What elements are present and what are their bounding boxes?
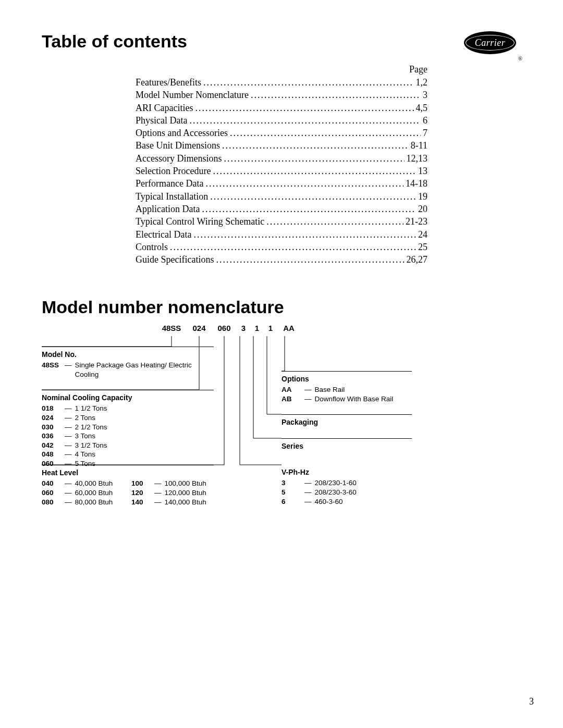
nomenclature-code: 018 [42,404,62,413]
nomenclature-item: 036—3 Tons [42,431,214,441]
dash: — [154,498,162,507]
code-vph: 3 [237,324,250,332]
toc-entry-page: 14-18 [406,177,427,190]
registered-symbol: ® [518,55,522,61]
toc-entry-page: 8-11 [411,139,427,152]
dash: — [65,361,72,379]
toc-entry-page: 7 [423,127,427,139]
code-options: AA [277,324,300,332]
nomenclature-item: 030—2 1/2 Tons [42,423,214,432]
nomenclature-desc: 60,000 Btuh [75,488,125,498]
dash: — [65,423,72,432]
dash: — [65,498,72,507]
page-number: 3 [529,696,534,707]
toc-dots [224,152,404,165]
nomenclature-desc: Single Package Gas Heating/ Electric Coo… [75,361,214,379]
toc-entry-page: 13 [418,165,427,177]
nomenclature-desc: 140,000 Btuh [165,498,214,507]
toc-row: Features/Benefits1,2 [136,76,427,89]
toc-entry-label: Model Number Nomenclature [136,89,249,101]
toc-row: Base Unit Dimensions8-11 [136,139,427,152]
dash: — [65,404,72,413]
dash: — [154,479,162,488]
nomenclature-item: 6—460-3-60 [282,497,412,507]
toc-dots [193,228,416,241]
model-no-box: Model No. 48SS—Single Package Gas Heatin… [42,347,214,379]
code-model: 48SS [156,324,187,332]
toc-dots [202,203,416,215]
model-no-title: Model No. [42,350,214,359]
heat-level-box: Heat Level 040—40,000 Btuh060—60,000 Btu… [42,465,214,507]
toc-entry-page: 26,27 [407,253,428,266]
options-box: Options AA—Base RailAB—Downflow With Bas… [282,371,412,403]
nomenclature-code: 5 [282,488,301,497]
dash: — [304,488,312,497]
dash: — [65,431,72,441]
code-packaging: 1 [264,324,277,332]
dash: — [65,488,72,498]
nomenclature-item: 040—40,000 Btuh [42,479,124,488]
nomenclature-desc: 2 1/2 Tons [75,423,214,432]
dash: — [304,478,312,488]
nomenclature-desc: 100,000 Btuh [165,479,214,488]
toc-entry-page: 24 [418,228,427,241]
nomenclature-code: 040 [42,479,62,488]
nomenclature-code: AA [282,385,301,394]
toc-row: Model Number Nomenclature3 [136,89,427,101]
toc-row: Electrical Data24 [136,228,427,241]
nomenclature-code: 048 [42,450,62,459]
heat-level-title: Heat Level [42,468,214,477]
toc-dots [170,241,416,253]
nomenclature-item: 060—60,000 Btuh [42,488,124,498]
toc-entry-label: Electrical Data [136,228,191,241]
nomenclature-code: 140 [131,498,151,507]
nomenclature-code: 120 [131,488,151,498]
toc-dots [195,102,413,114]
nomenclature-item: 018—1 1/2 Tons [42,404,214,413]
toc-entry-label: Typical Installation [136,190,208,203]
nomenclature-desc: 4 Tons [75,450,214,459]
toc-dots [210,190,416,203]
nomenclature-desc: 2 Tons [75,413,214,423]
packaging-box: Packaging [282,414,412,426]
nomenclature-desc: 40,000 Btuh [75,479,125,488]
options-title: Options [282,375,412,383]
dash: — [304,394,312,404]
toc-dots [213,165,416,177]
toc-page-label: Page [136,64,427,75]
toc-heading: Table of contents [42,31,187,52]
toc-entry-label: Guide Specifications [136,253,214,266]
toc-row: Guide Specifications26,27 [136,253,427,266]
toc-row: Performance Data14-18 [136,177,427,190]
model-code-row: 48SS 024 060 3 1 1 AA [42,324,407,332]
nomenclature-code: 3 [282,478,301,488]
series-title: Series [282,442,412,450]
dash: — [65,479,72,488]
nomenclature-item: 3—208/230-1-60 [282,478,412,488]
nomenclature-code: 080 [42,498,62,507]
code-series: 1 [250,324,264,332]
nomenclature-desc: Downflow With Base Rail [315,394,412,404]
toc-row: Typical Control Wiring Schematic21-23 [136,215,427,228]
toc-entry-page: 12,13 [407,152,428,165]
nomenclature-code: 48SS [42,361,62,379]
toc-dots [203,76,414,89]
nomenclature-desc: 208/230-1-60 [315,478,412,488]
nomenclature-item: 080—80,000 Btuh [42,498,124,507]
nomenclature-code: 100 [131,479,151,488]
nomenclature-item: 024—2 Tons [42,413,214,423]
toc-row: ARI Capacities4,5 [136,102,427,114]
toc-row: Controls25 [136,241,427,253]
code-cooling: 024 [187,324,212,332]
packaging-title: Packaging [282,418,412,426]
nomenclature-desc: 208/230-3-60 [315,488,412,497]
toc-dots [251,89,421,101]
toc-entry-label: ARI Capacities [136,102,193,114]
toc-row: Physical Data6 [136,114,427,127]
toc-dots [189,114,421,127]
toc-row: Selection Procedure13 [136,165,427,177]
nomenclature-desc: 3 1/2 Tons [75,441,214,450]
table-of-contents: Page Features/Benefits1,2Model Number No… [136,64,427,266]
toc-entry-label: Performance Data [136,177,203,190]
nomenclature-item: 5—208/230-3-60 [282,488,412,497]
